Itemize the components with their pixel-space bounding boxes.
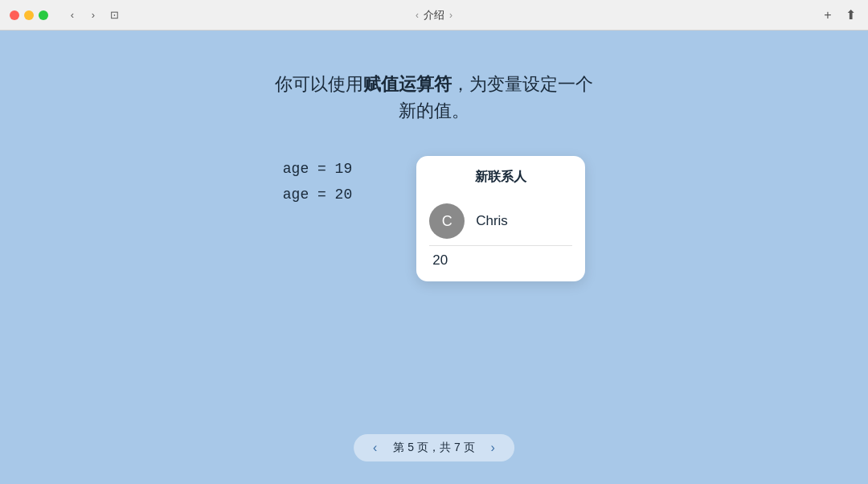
maximize-button[interactable] <box>39 10 48 20</box>
next-page-button[interactable]: › <box>488 441 498 455</box>
titlebar-center: ‹ 介绍 › <box>416 8 452 23</box>
share-button[interactable]: ⬆ <box>842 7 858 23</box>
card-age-row: 20 <box>429 246 572 269</box>
add-button[interactable]: + <box>820 7 836 23</box>
titlebar-right: + ⬆ <box>820 7 858 23</box>
code-line-1: age = 19 <box>283 156 352 182</box>
forward-button[interactable]: › <box>85 7 101 23</box>
contact-name: Chris <box>476 213 508 229</box>
contact-age: 20 <box>429 252 572 269</box>
close-button[interactable] <box>10 10 19 20</box>
window-control-button[interactable]: ⊡ <box>106 7 122 23</box>
traffic-lights <box>10 10 48 20</box>
titlebar-nav: ‹ › ⊡ <box>64 7 122 23</box>
prev-page-button[interactable]: ‹ <box>370 441 380 455</box>
titlebar-left: ‹ › ⊡ <box>10 7 122 23</box>
pagination: ‹ 第 5 页，共 7 页 › <box>354 434 514 461</box>
heading-text-2: ，为变量设定一个 <box>452 74 593 94</box>
main-content: 你可以使用赋值运算符，为变量设定一个 新的值。 age = 19 age = 2… <box>0 31 868 484</box>
titlebar-title: 介绍 <box>424 8 444 23</box>
title-prev-chevron[interactable]: ‹ <box>416 10 419 21</box>
code-block: age = 19 age = 20 <box>283 156 352 208</box>
page-label: 第 5 页，共 7 页 <box>393 441 474 455</box>
card-title: 新联系人 <box>429 169 572 186</box>
title-next-chevron[interactable]: › <box>449 10 452 21</box>
heading: 你可以使用赋值运算符，为变量设定一个 新的值。 <box>275 71 593 124</box>
avatar: C <box>429 203 465 239</box>
titlebar: ‹ › ⊡ ‹ 介绍 › + ⬆ <box>0 0 868 31</box>
heading-line1: 你可以使用赋值运算符，为变量设定一个 <box>275 71 593 97</box>
minimize-button[interactable] <box>24 10 34 20</box>
contact-card: 新联系人 C Chris 20 <box>416 156 585 281</box>
heading-bold: 赋值运算符 <box>363 74 452 94</box>
demo-row: age = 19 age = 20 新联系人 C Chris 20 <box>0 156 868 281</box>
heading-line2: 新的值。 <box>275 97 593 124</box>
code-line-2: age = 20 <box>283 182 352 207</box>
back-button[interactable]: ‹ <box>64 7 80 23</box>
heading-text-1: 你可以使用 <box>275 74 363 94</box>
card-name-row: C Chris <box>429 197 572 246</box>
